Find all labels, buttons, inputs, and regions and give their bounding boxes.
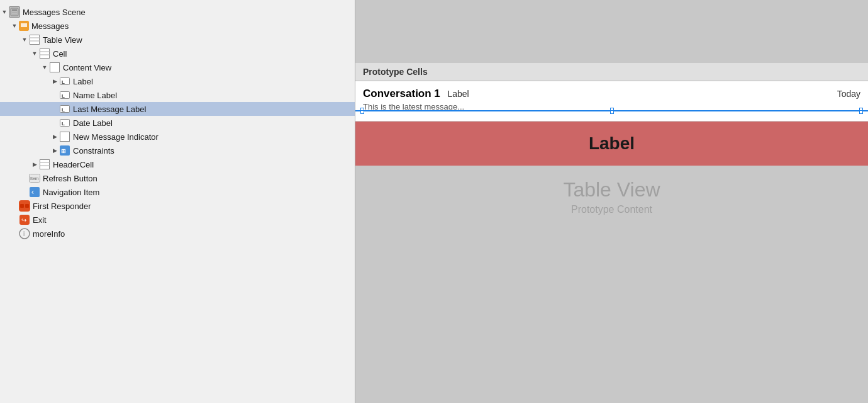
triangle-cell[interactable]	[30, 50, 39, 57]
icon-cell	[39, 48, 50, 59]
icon-exit: ↪	[19, 214, 30, 225]
label-label: Label	[73, 77, 93, 86]
svg-rect-11	[50, 63, 60, 72]
handle-rb	[859, 110, 863, 114]
svg-text:‹: ‹	[31, 188, 34, 196]
tree-item-date-label[interactable]: LDate Label	[0, 116, 355, 130]
svg-rect-32	[25, 204, 29, 208]
tree-item-new-message-indicator[interactable]: New Message Indicator	[0, 130, 355, 144]
conversation-label: Conversation 1	[363, 88, 440, 99]
label-new-message-indicator: New Message Indicator	[73, 132, 159, 142]
icon-new-message-indicator	[59, 131, 70, 142]
svg-text:L: L	[62, 121, 65, 127]
tree-item-messages-scene[interactable]: Messages Scene	[0, 5, 355, 19]
table-view-watermark: Table View	[563, 178, 660, 202]
svg-rect-1	[12, 9, 17, 11]
tree-item-content-view[interactable]: Content View	[0, 60, 355, 74]
label-cell: Cell	[53, 49, 67, 59]
canvas-panel: ▶ Prototype Cells Conversation 1 Label T…	[355, 0, 868, 403]
tree-item-first-responder[interactable]: First Responder	[0, 199, 355, 213]
prototype-cells-header: Prototype Cells	[355, 63, 868, 81]
label-navigation-item: Navigation Item	[43, 188, 99, 197]
svg-text:L: L	[62, 107, 65, 113]
handle-lb	[360, 110, 364, 114]
label-last-message-label: Last Message Label	[73, 105, 146, 114]
label-first-responder: First Responder	[33, 202, 91, 211]
icon-name-label: L	[59, 89, 70, 101]
label-exit: Exit	[33, 215, 47, 225]
label-badge: Label	[447, 89, 469, 99]
svg-text:⊞: ⊞	[61, 148, 66, 154]
icon-messages-scene	[9, 6, 20, 18]
icon-refresh-button: Item	[29, 173, 40, 184]
tree-item-exit[interactable]: ↪Exit	[0, 213, 355, 227]
cell-top-row: Conversation 1 Label Today	[363, 88, 860, 100]
tree-item-messages[interactable]: Messages	[0, 19, 355, 33]
icon-table-view	[29, 34, 40, 45]
icon-date-label: L	[59, 117, 70, 128]
tree-panel[interactable]: Messages SceneMessagesTable ViewCellCont…	[0, 0, 355, 403]
tree-item-label[interactable]: LLabel	[0, 74, 355, 88]
tree-item-cell[interactable]: Cell	[0, 47, 355, 60]
icon-header-cell	[39, 159, 50, 170]
tree-item-constraints[interactable]: ⊞Constraints	[0, 144, 355, 157]
svg-text:↪: ↪	[21, 217, 26, 224]
triangle-messages-scene[interactable]	[0, 9, 9, 15]
triangle-messages[interactable]	[10, 23, 19, 29]
icon-content-view	[49, 62, 60, 73]
cell-row-1: Conversation 1 Label Today	[355, 81, 868, 122]
phone-frame-container: Prototype Cells Conversation 1 Label Tod…	[355, 63, 868, 403]
svg-rect-5	[30, 35, 40, 45]
top-gray-area	[355, 0, 868, 63]
svg-rect-3	[12, 14, 17, 14]
label-name-label: Name Label	[73, 91, 117, 100]
label-content-view: Content View	[63, 63, 111, 72]
handle-cb	[610, 110, 614, 114]
icon-first-responder	[19, 200, 30, 212]
svg-rect-23	[40, 160, 50, 169]
svg-rect-31	[20, 204, 24, 208]
triangle-new-message-indicator[interactable]	[50, 133, 59, 140]
tree-item-name-label[interactable]: LName Label	[0, 88, 355, 102]
label-constraints: Constraints	[73, 146, 114, 156]
svg-text:i: i	[23, 230, 25, 237]
tree-item-table-view[interactable]: Table View	[0, 33, 355, 47]
cell-row-2: Label	[355, 122, 868, 166]
label-table-view: Table View	[43, 35, 82, 45]
tree-item-last-message-label[interactable]: LLast Message Label	[0, 102, 355, 116]
label-header-cell: HeaderCell	[53, 160, 94, 169]
svg-rect-2	[12, 12, 17, 13]
icon-last-message-label: L	[59, 103, 70, 115]
triangle-content-view[interactable]	[40, 64, 49, 71]
icon-label: L	[59, 76, 70, 87]
triangle-header-cell[interactable]	[30, 161, 39, 167]
selection-line	[355, 110, 868, 111]
svg-text:Item: Item	[30, 176, 39, 181]
triangle-label[interactable]	[50, 78, 59, 84]
label-more-info: moreInfo	[33, 229, 65, 239]
icon-messages	[19, 21, 29, 31]
prototype-content-watermark: Prototype Content	[571, 204, 652, 215]
canvas-area: ▶ Prototype Cells Conversation 1 Label T…	[355, 0, 868, 403]
icon-navigation-item: ‹	[29, 186, 40, 198]
prototype-cells-label: Prototype Cells	[363, 67, 428, 77]
label-messages: Messages	[31, 21, 69, 31]
triangle-table-view[interactable]	[20, 37, 29, 43]
svg-rect-20	[60, 132, 70, 142]
tree-item-refresh-button[interactable]: ItemRefresh Button	[0, 171, 355, 185]
conversation-and-label: Conversation 1 Label	[363, 88, 469, 100]
label-messages-scene: Messages Scene	[23, 8, 86, 17]
today-label: Today	[837, 89, 860, 99]
tree-item-more-info[interactable]: imoreInfo	[0, 227, 355, 241]
label-date-label: Date Label	[73, 118, 113, 128]
icon-more-info: i	[19, 228, 30, 239]
tree-item-navigation-item[interactable]: ‹Navigation Item	[0, 185, 355, 199]
triangle-constraints[interactable]	[50, 147, 59, 154]
lower-area: Table View Prototype Content	[355, 166, 868, 215]
tree-item-header-cell[interactable]: HeaderCell	[0, 157, 355, 171]
svg-rect-8	[40, 49, 50, 59]
svg-text:L: L	[62, 93, 65, 99]
svg-text:L: L	[62, 79, 65, 85]
cell-label-large: Label	[589, 133, 635, 154]
icon-constraints: ⊞	[59, 145, 70, 156]
